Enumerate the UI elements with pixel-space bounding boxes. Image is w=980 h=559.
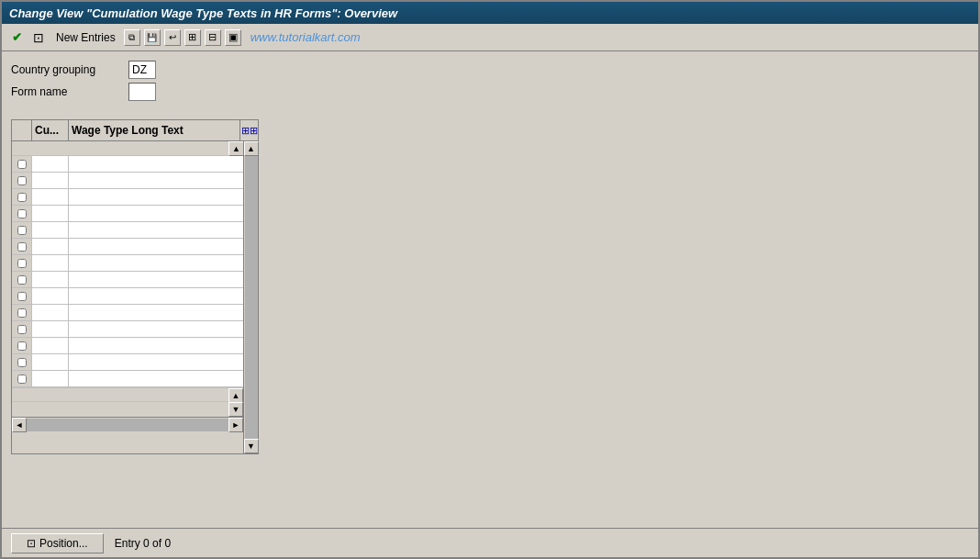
cell-wage (69, 206, 243, 221)
title-bar: Change View "Cumulation Wage Type Texts … (2, 2, 978, 24)
table-row (12, 321, 243, 338)
table-row (12, 371, 243, 387)
row-checkbox[interactable] (12, 156, 32, 172)
row-checkbox[interactable] (12, 354, 32, 370)
cell-wage (69, 371, 243, 386)
content-area: Country grouping Form name Cu... Wage Ty… (2, 51, 978, 528)
country-grouping-input[interactable] (128, 61, 156, 79)
cell-cu (32, 272, 69, 287)
row-checkbox[interactable] (12, 222, 32, 238)
table-row (12, 354, 243, 371)
entry-count-label: Entry 0 of 0 (115, 537, 171, 550)
cell-cu (32, 173, 69, 188)
window-title: Change View "Cumulation Wage Type Texts … (9, 6, 397, 20)
cell-cu (32, 288, 69, 304)
save-to-clipboard-icon[interactable]: 💾 (144, 29, 161, 46)
row-checkbox[interactable] (12, 321, 32, 337)
row-checkbox[interactable] (12, 239, 32, 254)
scroll-down-btn[interactable]: ▼ (244, 439, 259, 453)
country-grouping-row: Country grouping (11, 61, 969, 79)
position-icon: ⊡ (27, 537, 36, 550)
column-settings-icon[interactable]: ⊞ ⊞ (239, 120, 258, 140)
row-checkbox[interactable] (12, 255, 32, 271)
cell-wage (69, 239, 243, 254)
main-window: Change View "Cumulation Wage Type Texts … (0, 0, 980, 559)
cell-wage (69, 288, 243, 304)
position-button[interactable]: ⊡ Position... (11, 533, 104, 553)
table-view-icon1[interactable]: ⊞ (184, 29, 201, 46)
form-name-input[interactable] (128, 83, 156, 101)
cell-wage (69, 189, 243, 205)
form-name-label: Form name (11, 85, 121, 98)
table-row (12, 156, 243, 173)
local-menu-icon[interactable]: ⊡ (29, 28, 48, 47)
cell-wage (69, 255, 243, 271)
row-checkbox[interactable] (12, 272, 32, 287)
country-grouping-label: Country grouping (11, 63, 121, 76)
cell-cu (32, 305, 69, 320)
cell-wage (69, 156, 243, 172)
row-checkbox[interactable] (12, 173, 32, 188)
row-checkbox[interactable] (12, 338, 32, 353)
copy-rows-icon[interactable]: ⧉ (124, 29, 140, 46)
new-entries-button[interactable]: New Entries (51, 28, 120, 47)
header-checkbox-col (12, 120, 32, 140)
row-checkbox[interactable] (12, 371, 32, 386)
save-icon[interactable]: ✔ (7, 28, 26, 47)
row-checkbox[interactable] (12, 305, 32, 320)
position-button-label: Position... (39, 537, 88, 550)
table-row (12, 305, 243, 321)
status-bar: ⊡ Position... Entry 0 of 0 (2, 528, 978, 557)
toolbar: ✔ ⊡ New Entries ⧉ 💾 ↩ ⊞ ⊟ ▣ www.tutorial… (2, 24, 978, 51)
scroll-right-button[interactable]: ► (228, 418, 243, 432)
cell-cu (32, 189, 69, 205)
table-row (12, 239, 243, 255)
table-row (12, 173, 243, 189)
header-wage-col: Wage Type Long Text (69, 120, 239, 140)
vertical-scrollbar[interactable]: ▲ ▼ (243, 141, 258, 453)
cell-wage (69, 222, 243, 238)
scroll-up2-button[interactable]: ▲ (228, 388, 243, 403)
table-row (12, 288, 243, 305)
cell-cu (32, 354, 69, 370)
table-row (12, 255, 243, 272)
form-name-row: Form name (11, 83, 969, 101)
watermark-text: www.tutorialkart.com (251, 30, 361, 44)
cell-wage (69, 321, 243, 337)
cell-cu (32, 206, 69, 221)
scroll-h-track (27, 419, 228, 431)
undo-icon[interactable]: ↩ (164, 29, 181, 46)
horizontal-scrollbar[interactable]: ◄ ► (12, 417, 243, 431)
cell-cu (32, 321, 69, 337)
cell-cu (32, 222, 69, 238)
table-scroll-area: ▲ (12, 141, 258, 453)
table-body: ▲ (12, 141, 243, 453)
cell-wage (69, 338, 243, 353)
header-cu-col: Cu... (32, 120, 69, 140)
scroll-up-btn[interactable]: ▲ (244, 141, 259, 156)
scroll-left-button[interactable]: ◄ (12, 418, 27, 432)
cell-cu (32, 371, 69, 386)
cell-cu (32, 239, 69, 254)
cell-cu (32, 156, 69, 172)
row-checkbox[interactable] (12, 288, 32, 304)
cell-cu (32, 338, 69, 353)
table-view-icon2[interactable]: ⊟ (205, 29, 221, 46)
scroll-up-button[interactable]: ▲ (228, 141, 243, 156)
table-row (12, 206, 243, 222)
disk-save-icon[interactable]: ▣ (225, 29, 241, 46)
row-checkbox[interactable] (12, 189, 32, 205)
cell-wage (69, 272, 243, 287)
scroll-down2-button[interactable]: ▼ (228, 402, 243, 417)
table-row (12, 222, 243, 239)
table-row (12, 338, 243, 354)
data-table: Cu... Wage Type Long Text ⊞ ⊞ ▲ (11, 119, 259, 454)
row-checkbox[interactable] (12, 206, 32, 221)
cell-wage (69, 354, 243, 370)
table-row (12, 272, 243, 288)
table-header: Cu... Wage Type Long Text ⊞ ⊞ (12, 120, 258, 141)
table-row (12, 189, 243, 206)
scroll-v-track (245, 156, 258, 439)
cell-wage (69, 173, 243, 188)
cell-cu (32, 255, 69, 271)
